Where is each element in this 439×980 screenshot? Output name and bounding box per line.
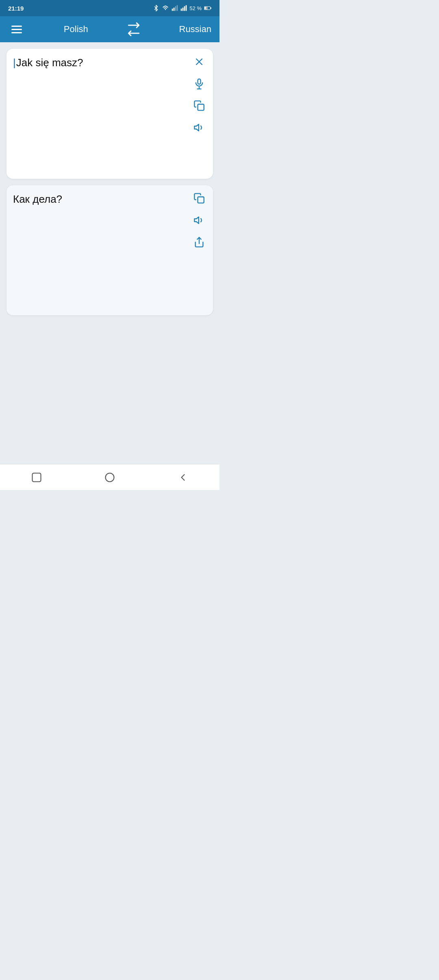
target-language[interactable]: Russian [179, 24, 211, 35]
copy-icon [193, 100, 205, 111]
svg-rect-16 [198, 104, 204, 111]
svg-rect-9 [211, 7, 211, 9]
share-button[interactable] [192, 235, 206, 249]
status-time: 21:19 [8, 5, 24, 12]
menu-button[interactable] [8, 22, 25, 37]
nav-bar [0, 464, 220, 490]
svg-rect-0 [172, 9, 173, 11]
microphone-icon [193, 78, 205, 89]
clear-button[interactable] [192, 54, 206, 69]
share-icon [193, 236, 205, 248]
svg-rect-13 [198, 79, 201, 84]
speaker-icon [193, 122, 205, 133]
svg-rect-2 [175, 6, 176, 11]
battery-percent: 52 % [189, 5, 202, 11]
circle-icon [104, 472, 115, 483]
svg-marker-19 [194, 217, 199, 223]
speak-input-button[interactable] [192, 120, 206, 135]
main-content: Jak się masz? [0, 42, 220, 464]
status-icons: 52 % [153, 5, 211, 11]
cursor [13, 56, 16, 69]
input-card-icons [192, 54, 206, 135]
close-icon [193, 56, 205, 67]
back-icon [177, 472, 189, 483]
output-card-icons [192, 191, 206, 249]
bluetooth-icon [153, 5, 159, 11]
svg-rect-5 [183, 8, 184, 11]
copy-output-button[interactable] [192, 191, 206, 206]
copy-icon [193, 193, 205, 204]
svg-rect-4 [181, 9, 182, 11]
back-button[interactable] [177, 472, 189, 483]
wifi-icon [162, 5, 169, 11]
speaker-icon [193, 215, 205, 226]
status-bar: 21:19 52 % [0, 0, 220, 16]
signal-icon-2 [180, 5, 187, 11]
svg-rect-18 [198, 197, 204, 203]
square-icon [31, 472, 42, 483]
battery-icon [204, 5, 211, 11]
svg-point-22 [106, 473, 114, 481]
signal-icon [172, 5, 178, 11]
svg-rect-6 [184, 6, 185, 11]
input-text: Jak się masz? [13, 55, 206, 70]
svg-marker-17 [194, 124, 199, 131]
output-text: Как дела? [13, 192, 206, 206]
source-language[interactable]: Polish [64, 24, 88, 35]
swap-languages-button[interactable] [127, 22, 141, 36]
copy-input-button[interactable] [192, 98, 206, 113]
output-card: Как дела? [7, 185, 213, 315]
svg-rect-21 [33, 473, 41, 481]
speak-output-button[interactable] [192, 213, 206, 228]
input-card: Jak się masz? [7, 49, 213, 179]
svg-rect-3 [177, 5, 178, 11]
mic-button[interactable] [192, 76, 206, 91]
toolbar: Polish Russian [0, 16, 220, 42]
svg-rect-1 [174, 8, 175, 11]
home-button[interactable] [104, 472, 115, 483]
recent-apps-button[interactable] [31, 472, 42, 483]
svg-rect-7 [186, 5, 187, 11]
swap-icon [127, 22, 141, 36]
